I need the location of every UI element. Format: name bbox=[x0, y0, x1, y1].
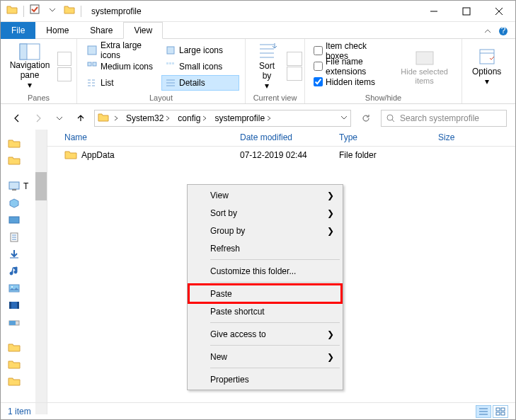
svg-rect-5 bbox=[20, 44, 27, 59]
svg-text:?: ? bbox=[501, 26, 506, 35]
tree-scrollbar[interactable] bbox=[35, 130, 47, 414]
up-button[interactable] bbox=[73, 110, 88, 126]
navigation-pane-button[interactable]: Navigation pane ▾ bbox=[5, 42, 55, 89]
recent-dropdown[interactable] bbox=[52, 110, 67, 126]
ctx-refresh[interactable]: Refresh bbox=[189, 239, 341, 257]
ctx-separator bbox=[210, 345, 340, 346]
preview-pane-button[interactable] bbox=[57, 52, 71, 66]
svg-rect-0 bbox=[30, 5, 39, 13]
ctx-separator bbox=[210, 322, 340, 323]
refresh-button[interactable] bbox=[357, 110, 375, 127]
ctx-sortby[interactable]: Sort by❯ bbox=[189, 204, 341, 222]
add-columns-button[interactable] bbox=[287, 52, 302, 66]
minimize-button[interactable] bbox=[418, 1, 450, 22]
search-input[interactable]: Search systemprofile bbox=[381, 110, 507, 127]
chevron-down-icon: ▾ bbox=[28, 80, 32, 90]
ctx-separator bbox=[210, 282, 340, 283]
size-columns-button[interactable] bbox=[287, 67, 302, 81]
submenu-arrow-icon: ❯ bbox=[327, 226, 334, 236]
ctx-customize[interactable]: Customize this folder... bbox=[189, 262, 341, 280]
ctx-groupby[interactable]: Group by❯ bbox=[189, 222, 341, 239]
col-type[interactable]: Type bbox=[333, 130, 432, 146]
col-name[interactable]: Name bbox=[47, 130, 234, 146]
forward-button[interactable] bbox=[30, 110, 46, 126]
view-large-button[interactable] bbox=[493, 405, 508, 418]
ctx-view[interactable]: View❯ bbox=[189, 186, 341, 204]
status-bar: 1 item bbox=[1, 402, 515, 419]
tab-view[interactable]: View bbox=[123, 22, 163, 39]
svg-rect-29 bbox=[496, 412, 500, 415]
svg-rect-16 bbox=[9, 182, 19, 189]
maximize-button[interactable] bbox=[450, 1, 483, 22]
file-row[interactable]: AppData 07-12-2019 02:44 File folder bbox=[47, 147, 515, 164]
ctx-properties[interactable]: Properties bbox=[189, 370, 341, 388]
qat-separator bbox=[23, 6, 24, 17]
layout-list[interactable]: List bbox=[83, 75, 161, 91]
filename-extensions-toggle[interactable]: File name extensions bbox=[314, 59, 387, 74]
col-size[interactable]: Size bbox=[432, 130, 489, 146]
hidden-items-toggle[interactable]: Hidden items bbox=[314, 74, 387, 90]
context-menu: View❯ Sort by❯ Group by❯ Refresh Customi… bbox=[187, 184, 343, 390]
folder-icon bbox=[64, 4, 75, 18]
ribbon-tabs: File Home Share View ? bbox=[1, 22, 515, 39]
svg-rect-17 bbox=[12, 189, 16, 191]
svg-rect-26 bbox=[9, 321, 16, 325]
svg-rect-7 bbox=[167, 47, 174, 54]
breadcrumb-seg[interactable]: config bbox=[175, 113, 210, 123]
ctx-paste[interactable]: Paste bbox=[189, 285, 341, 302]
breadcrumb-seg[interactable] bbox=[110, 115, 122, 121]
svg-rect-28 bbox=[501, 408, 505, 411]
svg-rect-12 bbox=[172, 62, 174, 64]
qat-separator bbox=[81, 6, 81, 17]
layout-extra-large[interactable]: Extra large icons bbox=[83, 42, 161, 58]
options-button[interactable]: Options ▾ bbox=[466, 47, 507, 86]
sort-by-button[interactable]: Sort by ▾ bbox=[250, 42, 284, 90]
help-icon[interactable]: ? bbox=[498, 26, 508, 38]
svg-rect-14 bbox=[480, 50, 494, 64]
close-button[interactable] bbox=[483, 1, 515, 22]
qat-dropdown-icon[interactable] bbox=[47, 4, 58, 18]
layout-options: Extra large icons Large icons Medium ico… bbox=[83, 42, 239, 91]
hide-selected-button[interactable]: Hide selected items bbox=[391, 47, 457, 84]
ribbon: Navigation pane ▾ Panes Extra large icon… bbox=[1, 39, 515, 104]
qat-checkbox-icon[interactable] bbox=[30, 4, 41, 18]
details-pane-button[interactable] bbox=[57, 67, 71, 81]
view-details-button[interactable] bbox=[476, 405, 491, 418]
sort-by-label: Sort by bbox=[256, 62, 278, 80]
column-headers: Name Date modified Type Size bbox=[47, 130, 515, 147]
address-dropdown-icon[interactable] bbox=[340, 113, 348, 123]
tab-home[interactable]: Home bbox=[35, 22, 79, 39]
folder-icon bbox=[6, 4, 18, 18]
breadcrumb[interactable]: System32 config systemprofile bbox=[94, 110, 351, 127]
tab-file[interactable]: File bbox=[1, 22, 35, 39]
svg-rect-10 bbox=[166, 62, 168, 64]
svg-rect-30 bbox=[501, 412, 505, 415]
layout-large[interactable]: Large icons bbox=[161, 42, 239, 58]
back-button[interactable] bbox=[9, 110, 25, 126]
ctx-give-access[interactable]: Give access to❯ bbox=[189, 325, 341, 343]
folder-icon bbox=[98, 113, 109, 125]
svg-rect-20 bbox=[9, 285, 19, 292]
ctx-paste-shortcut[interactable]: Paste shortcut bbox=[189, 302, 341, 320]
submenu-arrow-icon: ❯ bbox=[327, 329, 334, 339]
layout-medium[interactable]: Medium icons bbox=[83, 59, 161, 74]
address-bar: System32 config systemprofile Search sys… bbox=[1, 107, 515, 130]
col-date[interactable]: Date modified bbox=[234, 130, 333, 146]
layout-details[interactable]: Details bbox=[161, 75, 239, 91]
breadcrumb-seg[interactable]: System32 bbox=[123, 113, 173, 123]
nav-tree[interactable]: T bbox=[1, 130, 47, 414]
layout-small[interactable]: Small icons bbox=[161, 59, 239, 74]
svg-rect-1 bbox=[463, 8, 470, 15]
breadcrumb-seg[interactable]: systemprofile bbox=[212, 113, 275, 123]
tab-share[interactable]: Share bbox=[79, 22, 123, 39]
svg-point-15 bbox=[387, 115, 393, 120]
search-placeholder: Search systemprofile bbox=[400, 113, 479, 123]
hide-selected-label: Hide selected items bbox=[397, 67, 452, 84]
showhide-group-label: Show/hide bbox=[305, 93, 461, 103]
svg-point-21 bbox=[11, 286, 13, 288]
ctx-new[interactable]: New❯ bbox=[189, 348, 341, 365]
submenu-arrow-icon: ❯ bbox=[327, 208, 334, 218]
submenu-arrow-icon: ❯ bbox=[327, 352, 334, 362]
svg-rect-9 bbox=[93, 62, 96, 66]
collapse-ribbon-icon[interactable] bbox=[483, 26, 493, 38]
